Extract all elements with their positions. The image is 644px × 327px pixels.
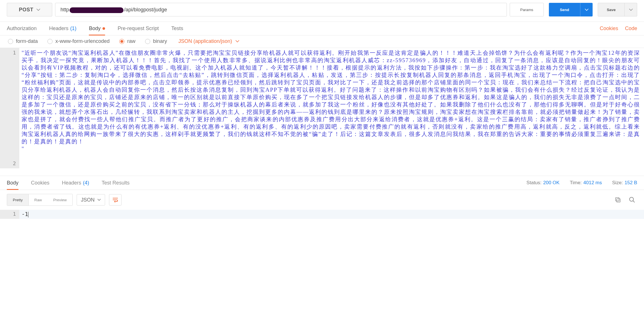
headers-count: (1) bbox=[70, 26, 76, 32]
resp-tab-body[interactable]: Body bbox=[7, 176, 18, 190]
resp-tab-headers[interactable]: Headers (4) bbox=[62, 176, 89, 190]
radio-binary[interactable]: binary bbox=[145, 38, 167, 44]
resp-headers-count: (4) bbox=[83, 180, 89, 186]
radio-label: x-www-form-urlencoded bbox=[55, 38, 110, 44]
wrap-icon bbox=[112, 197, 118, 202]
send-dropdown[interactable] bbox=[580, 3, 593, 16]
dirty-indicator-icon bbox=[103, 27, 105, 30]
size-value: 152 B bbox=[625, 180, 637, 185]
radio-label: raw bbox=[127, 38, 135, 44]
save-group: Save bbox=[598, 3, 637, 16]
request-body-editor[interactable]: 1 2 "近听一个朋友说“淘宝返利机器人”在微信朋友圈非常火爆，只需要把淘宝宝贝… bbox=[0, 48, 644, 168]
tab-headers[interactable]: Headers (1) bbox=[49, 22, 76, 35]
json-string-literal: "近听一个朋友说“淘宝返利机器人”在微信朋友圈非常火爆，只需要把淘宝宝贝链接分享… bbox=[22, 50, 640, 144]
time-label: Time:4012 ms bbox=[570, 180, 602, 186]
radio-icon bbox=[145, 39, 150, 44]
tab-body-label: Body bbox=[89, 26, 101, 32]
radio-icon bbox=[47, 39, 53, 44]
view-raw[interactable]: Raw bbox=[29, 194, 48, 206]
status-value: 200 OK bbox=[543, 180, 560, 185]
search-response-button[interactable] bbox=[627, 195, 637, 205]
response-body-editor[interactable]: 1 -1 bbox=[0, 210, 644, 219]
search-icon bbox=[629, 197, 635, 203]
tab-authorization[interactable]: Authorization bbox=[7, 22, 37, 35]
response-body-text: -1 bbox=[19, 210, 644, 219]
params-button[interactable]: Params bbox=[510, 3, 544, 16]
send-group: Send bbox=[549, 3, 593, 16]
tab-tests[interactable]: Tests bbox=[171, 22, 183, 35]
line-number: 1 bbox=[0, 210, 16, 218]
svg-point-2 bbox=[630, 197, 633, 201]
text-cursor bbox=[28, 212, 28, 217]
line-gutter: 1 2 bbox=[0, 48, 19, 168]
view-preview[interactable]: Preview bbox=[47, 194, 72, 206]
body-type-row: form-data x-www-form-urlencoded raw bina… bbox=[0, 35, 644, 48]
view-pretty[interactable]: Pretty bbox=[7, 194, 29, 206]
response-format-select[interactable]: JSON bbox=[77, 194, 105, 206]
content-type-value: JSON (application/json) bbox=[178, 38, 232, 44]
json-closing-quote: " bbox=[22, 146, 24, 152]
view-mode-segment: Pretty Raw Preview bbox=[7, 194, 73, 206]
radio-urlencoded[interactable]: x-www-form-urlencoded bbox=[47, 38, 110, 44]
http-method-value: POST bbox=[19, 7, 33, 13]
tab-body[interactable]: Body bbox=[89, 22, 105, 35]
chevron-down-icon bbox=[235, 40, 239, 43]
radio-form-data[interactable]: form-data bbox=[8, 38, 38, 44]
size-label: Size:152 B bbox=[612, 180, 637, 186]
code-link[interactable]: Code bbox=[625, 26, 637, 32]
response-meta: Status:200 OK Time:4012 ms Size:152 B bbox=[526, 180, 637, 186]
url-redacted bbox=[70, 7, 124, 13]
url-input[interactable]: http/api/blogpost/judge bbox=[55, 3, 507, 16]
line-number: 2 bbox=[0, 160, 16, 167]
status-label: Status:200 OK bbox=[526, 180, 560, 186]
resp-tab-cookies[interactable]: Cookies bbox=[31, 176, 49, 190]
line-gutter: 1 bbox=[0, 210, 19, 219]
cookies-link[interactable]: Cookies bbox=[600, 26, 618, 32]
response-value: -1 bbox=[22, 211, 28, 217]
url-part-prefix: http bbox=[60, 7, 69, 13]
chevron-down-icon bbox=[629, 9, 633, 11]
radio-icon bbox=[119, 39, 124, 44]
request-tabs: Authorization Headers (1) Body Pre-reque… bbox=[0, 22, 644, 35]
copy-response-button[interactable] bbox=[613, 195, 623, 205]
svg-rect-0 bbox=[616, 198, 619, 201]
format-value: JSON bbox=[81, 197, 95, 203]
request-body-text[interactable]: "近听一个朋友说“淘宝返利机器人”在微信朋友圈非常火爆，只需要把淘宝宝贝链接分享… bbox=[19, 48, 644, 168]
send-button[interactable]: Send bbox=[549, 3, 580, 16]
line-number: 1 bbox=[0, 49, 16, 56]
radio-label: binary bbox=[153, 38, 167, 44]
right-links: Cookies Code bbox=[600, 26, 637, 32]
save-dropdown[interactable] bbox=[625, 3, 637, 16]
toggle-wrap-button[interactable] bbox=[109, 194, 122, 206]
chevron-down-icon bbox=[36, 9, 40, 11]
time-value: 4012 ms bbox=[584, 180, 602, 185]
resp-tab-tests[interactable]: Test Results bbox=[102, 176, 129, 190]
save-button[interactable]: Save bbox=[598, 3, 625, 16]
chevron-down-icon bbox=[585, 9, 589, 11]
resp-tab-headers-label: Headers bbox=[62, 180, 81, 186]
tab-headers-label: Headers bbox=[49, 26, 68, 32]
request-bar: POST http/api/blogpost/judge Params Send… bbox=[0, 0, 644, 22]
content-type-select[interactable]: JSON (application/json) bbox=[178, 38, 239, 44]
chevron-down-icon bbox=[97, 199, 101, 201]
tab-prerequest[interactable]: Pre-request Script bbox=[118, 22, 159, 35]
response-toolbar: Pretty Raw Preview JSON bbox=[0, 190, 644, 210]
radio-label: form-data bbox=[16, 38, 38, 44]
svg-rect-1 bbox=[617, 199, 620, 202]
radio-raw[interactable]: raw bbox=[119, 38, 135, 44]
radio-icon bbox=[8, 39, 13, 44]
copy-icon bbox=[615, 197, 621, 203]
url-part-suffix: /api/blogpost/judge bbox=[124, 7, 167, 13]
response-tabs: Body Cookies Headers (4) Test Results St… bbox=[0, 176, 644, 190]
http-method-select[interactable]: POST bbox=[7, 3, 52, 16]
